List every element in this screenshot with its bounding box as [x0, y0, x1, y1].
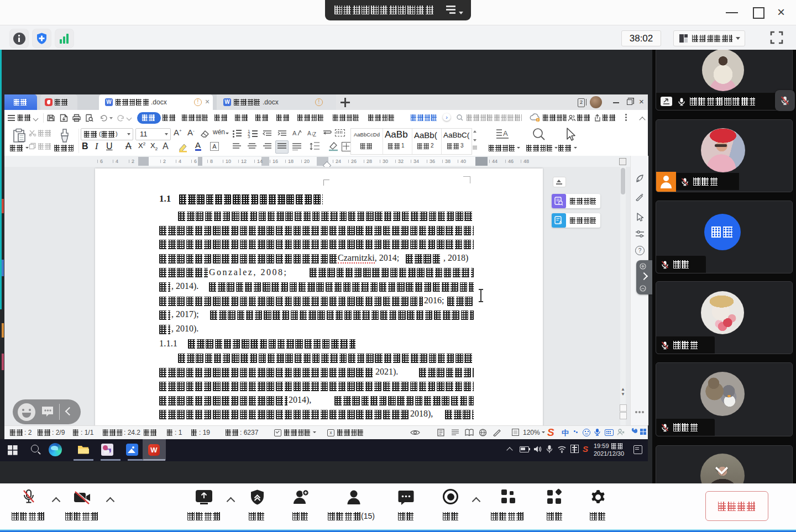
svg-text:Z: Z [313, 131, 316, 138]
svg-text:A: A [292, 130, 297, 136]
svg-text:!: ! [537, 118, 538, 122]
svg-text:A: A [503, 129, 508, 138]
